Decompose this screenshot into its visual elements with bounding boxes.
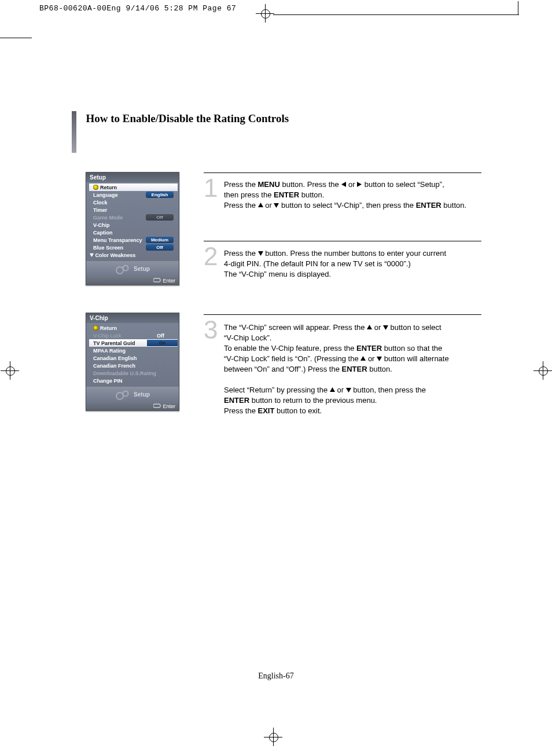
osd-title: Setup (86, 173, 179, 182)
triangle-down-icon (274, 200, 279, 211)
step-number-1: 1 (204, 174, 218, 203)
osd-title: V-Chip (86, 313, 179, 323)
return-icon (93, 325, 98, 331)
value-pill: On (147, 340, 178, 346)
triangle-up-icon (330, 385, 335, 395)
crop-rule (273, 14, 519, 15)
osd-band: Setup (86, 261, 179, 277)
triangle-up-icon (360, 354, 366, 364)
divider (204, 241, 481, 241)
divider (204, 314, 481, 315)
menu-item[interactable]: MPAA Rating (90, 347, 177, 354)
menu-item[interactable]: Color Weakness (86, 251, 177, 259)
menu-item[interactable]: LanguageEnglish (90, 191, 177, 199)
value-pill: English (146, 192, 174, 198)
svg-rect-10 (153, 404, 160, 408)
triangle-up-icon (258, 200, 263, 211)
menu-item-highlighted[interactable]: TV Parental GuidOn (89, 339, 178, 347)
step-2-text: Press the button. Press the number butto… (224, 248, 487, 280)
osd-setup-menu: Setup Return LanguageEnglish Clock Timer… (86, 172, 179, 285)
registration-mark-top (259, 8, 271, 19)
svg-point-5 (116, 267, 123, 274)
menu-item[interactable]: V-Chip LockOff (90, 332, 177, 339)
svg-point-9 (123, 391, 128, 396)
menu-item-disabled: Downloadable U.S.Rating (90, 369, 177, 377)
registration-mark-right (537, 365, 549, 376)
page-number: English-67 (0, 671, 552, 681)
menu-item-return[interactable]: Return (90, 324, 177, 332)
section-heading: How to Enable/Disable the Rating Control… (72, 111, 289, 153)
menu-item[interactable]: V-Chip (90, 221, 177, 229)
triangle-down-icon (377, 354, 382, 364)
registration-mark-bottom (267, 731, 279, 743)
triangle-down-icon (258, 248, 263, 259)
registration-mark-left (4, 365, 16, 376)
svg-marker-4 (90, 253, 94, 256)
value-off: Off (148, 333, 174, 339)
gear-icon (115, 263, 130, 275)
value-pill: Medium (146, 237, 174, 243)
heading-text: How to Enable/Disable the Rating Control… (86, 111, 289, 125)
menu-item[interactable]: Canadian French (90, 362, 177, 369)
osd-footer: Enter (86, 402, 179, 410)
divider (204, 173, 481, 173)
menu-item[interactable]: Blue ScreenOff (90, 244, 177, 251)
menu-item[interactable]: Clock (90, 199, 177, 206)
value-pill: Off (146, 214, 174, 221)
print-header: BP68-00620A-00Eng 9/14/06 5:28 PM Page 6… (39, 4, 236, 13)
value-pill: Off (146, 244, 174, 251)
step-3-text: The “V-Chip” screen will appear. Press t… (224, 322, 487, 416)
gear-icon (115, 389, 130, 401)
triangle-down-icon (90, 252, 94, 258)
menu-item[interactable]: Menu TransparencyMedium (90, 236, 177, 244)
step-number-3: 3 (204, 315, 218, 344)
crop-rule-left (0, 38, 32, 38)
crop-tick (518, 1, 518, 14)
osd-footer: Enter (86, 277, 179, 285)
enter-icon (153, 403, 161, 408)
triangle-up-icon (367, 322, 372, 333)
step-number-2: 2 (204, 242, 218, 271)
triangle-down-icon (383, 322, 388, 333)
step-1-text: Press the MENU button. Press the or butt… (224, 179, 487, 211)
enter-icon (153, 278, 161, 282)
osd-band: Setup (86, 387, 179, 402)
menu-item[interactable]: Timer (90, 206, 177, 214)
triangle-right-icon (357, 179, 362, 190)
return-icon (93, 185, 98, 190)
triangle-left-icon (341, 179, 346, 190)
triangle-down-icon (346, 385, 351, 395)
menu-item[interactable]: Caption (90, 229, 177, 236)
svg-rect-7 (153, 278, 160, 282)
svg-point-8 (116, 392, 123, 399)
osd-vchip-menu: V-Chip Return V-Chip LockOff TV Parental… (86, 313, 179, 411)
menu-item[interactable]: Change PIN (90, 377, 177, 384)
menu-item[interactable]: Canadian English (90, 354, 177, 362)
menu-item-return[interactable]: Return (89, 184, 178, 191)
svg-point-6 (123, 265, 128, 270)
menu-item-disabled: Game ModeOff (90, 214, 177, 221)
heading-accent-bar (72, 111, 76, 153)
